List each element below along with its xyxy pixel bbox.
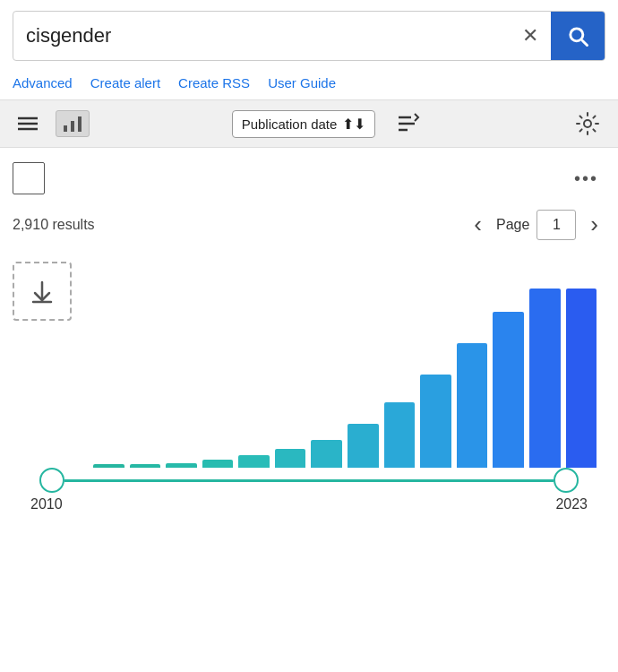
svg-rect-4	[71, 121, 74, 132]
year-labels: 2010 2023	[21, 493, 597, 513]
bar	[202, 460, 234, 468]
create-alert-link[interactable]: Create alert	[90, 75, 160, 90]
sort-order-button[interactable]	[388, 110, 427, 137]
create-rss-link[interactable]: Create RSS	[178, 75, 250, 90]
bar	[529, 289, 561, 468]
bar	[420, 375, 451, 468]
bar-chart-icon	[62, 115, 83, 133]
bars-container	[21, 271, 597, 468]
bar	[566, 289, 597, 468]
bar	[238, 455, 270, 468]
settings-button[interactable]	[570, 109, 605, 138]
search-icon	[565, 23, 590, 48]
search-button[interactable]	[551, 11, 605, 61]
slider-thumb-start[interactable]	[39, 468, 64, 493]
bar	[275, 449, 306, 468]
more-options-button[interactable]: •••	[567, 165, 605, 193]
sort-arrow-icon: ⬆⬇	[342, 116, 365, 133]
clear-button[interactable]: ✕	[510, 24, 551, 47]
filter-toolbar: Publication date ⬆⬇	[0, 99, 618, 148]
next-page-button[interactable]: ›	[583, 209, 605, 240]
svg-rect-5	[78, 116, 82, 132]
page-input[interactable]	[536, 210, 576, 240]
pagination-controls: ‹ Page ›	[467, 209, 605, 240]
svg-rect-3	[64, 125, 67, 132]
results-row: •••	[0, 148, 618, 203]
user-guide-link[interactable]: User Guide	[268, 75, 336, 90]
search-area: ✕	[0, 0, 618, 70]
page-label: Page	[496, 217, 529, 233]
bar	[493, 312, 524, 468]
slider-thumb-end[interactable]	[554, 468, 579, 493]
sort-order-icon	[395, 112, 420, 135]
svg-point-9	[584, 120, 591, 127]
sort-label: Publication date	[242, 116, 338, 132]
year-start-label: 2010	[30, 496, 63, 513]
links-row: Advanced Create alert Create RSS User Gu…	[0, 70, 618, 99]
chart-area: 2010 2023	[0, 253, 618, 530]
bar	[311, 440, 342, 468]
filter-button[interactable]	[13, 112, 43, 135]
search-box: ✕	[13, 11, 605, 61]
download-icon	[28, 277, 56, 306]
chart-view-button[interactable]	[56, 110, 90, 137]
search-input[interactable]	[13, 24, 510, 47]
chevron-left-icon: ‹	[474, 211, 482, 238]
bar-chart: 2010 2023	[13, 271, 605, 513]
year-slider[interactable]	[30, 468, 588, 493]
results-count: 2,910 results	[13, 217, 95, 233]
download-button[interactable]	[13, 262, 72, 321]
prev-page-button[interactable]: ‹	[467, 209, 489, 240]
filter-icon	[16, 114, 39, 134]
advanced-link[interactable]: Advanced	[13, 75, 73, 90]
bar	[457, 343, 488, 468]
bar	[348, 424, 379, 468]
more-icon: •••	[574, 168, 598, 188]
chevron-right-icon: ›	[590, 211, 598, 238]
slider-track	[64, 479, 554, 482]
close-icon: ✕	[522, 24, 538, 47]
pagination-row: 2,910 results ‹ Page ›	[0, 203, 618, 253]
year-end-label: 2023	[555, 496, 588, 513]
bar	[384, 402, 416, 468]
sort-dropdown[interactable]: Publication date ⬆⬇	[232, 110, 376, 138]
gear-icon	[575, 111, 600, 136]
select-all-checkbox[interactable]	[13, 162, 45, 194]
